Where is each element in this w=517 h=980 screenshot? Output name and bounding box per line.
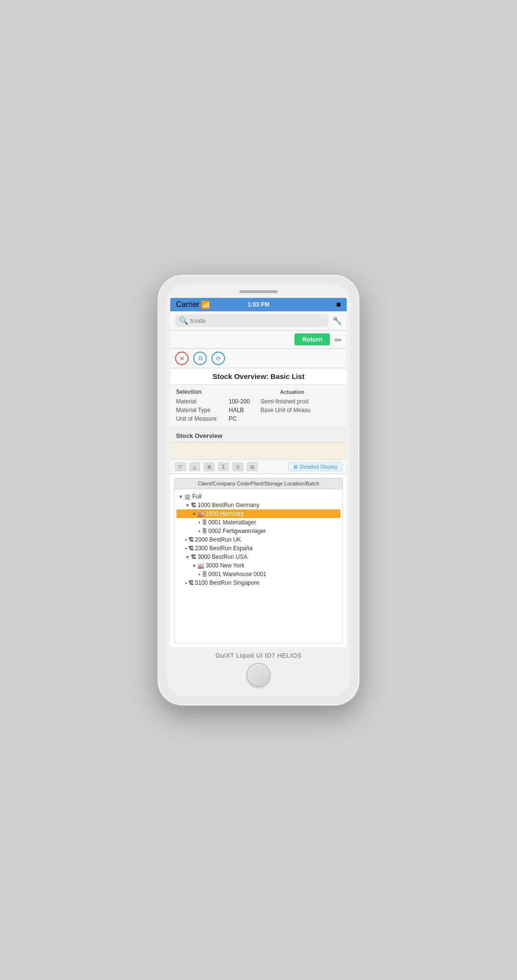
toggle-hamburg: ▼ bbox=[192, 511, 197, 517]
icon-toolbar: ▽ △ ⊞ Σ ⎙ ⊟ 🖥 Detailed Display bbox=[170, 460, 347, 474]
selection-section: Selection Actuation Material 100-200 Mat… bbox=[170, 385, 347, 428]
search-input[interactable] bbox=[190, 317, 325, 324]
full-icon: 🏢 bbox=[184, 494, 191, 500]
materiallager-label: 0001 Materiallager bbox=[209, 519, 256, 526]
return-bar: Return ⬅ bbox=[170, 331, 347, 349]
tree-item-hamburg[interactable]: ▼ 🏭 1000 Hamburg bbox=[176, 509, 341, 518]
refresh-icon: ⟳ bbox=[216, 355, 221, 362]
nav-bar: 🔍 🔧 bbox=[170, 311, 347, 331]
table-icon[interactable]: ⊞ bbox=[204, 462, 214, 471]
tree-item-full[interactable]: ▼ 🏢 Full bbox=[176, 492, 341, 501]
material-value: 100-200 bbox=[229, 398, 250, 405]
tree-item-bestrun-uk[interactable]: • 🏗 2000 BestRun UK bbox=[176, 535, 341, 544]
toggle-germany: ▼ bbox=[185, 503, 190, 508]
actuation-label: Actuation bbox=[280, 389, 305, 395]
bullet-espana: • bbox=[185, 546, 187, 551]
toggle-newyork: ▼ bbox=[192, 563, 197, 568]
bullet-fertigwarenlager: • bbox=[199, 529, 200, 534]
singapore-icon: 🏗 bbox=[188, 580, 194, 586]
close-icon: ✕ bbox=[179, 355, 185, 362]
base-uom-row: Base Unit of Measu bbox=[260, 407, 341, 413]
return-button[interactable]: Return bbox=[294, 333, 330, 345]
chart-area bbox=[170, 443, 347, 460]
refresh-button[interactable]: ⟳ bbox=[212, 352, 225, 365]
tree-item-warehouse-0001[interactable]: • 🗄 0001 Warehouse 0001 bbox=[176, 570, 341, 579]
phone-footer: GuiXT Liquid UI ID7 HELIOS bbox=[166, 647, 351, 697]
bullet-warehouse: • bbox=[199, 572, 200, 577]
bullet-materiallager: • bbox=[199, 520, 200, 525]
material-type-row: Material Type HALB bbox=[176, 407, 257, 413]
full-label: Full bbox=[192, 493, 201, 500]
stock-overview-label: Stock Overview bbox=[176, 432, 223, 439]
page-title-bar: Stock Overview: Basic List bbox=[170, 368, 347, 385]
display-icon: 🖥 bbox=[293, 464, 298, 470]
status-time: 1:03 PM bbox=[247, 301, 269, 308]
copy-button[interactable]: ⧉ bbox=[193, 352, 207, 365]
uom-value: PC bbox=[229, 415, 237, 422]
tree-item-new-york[interactable]: ▼ 🏭 3000 New York bbox=[176, 561, 341, 570]
warehouse-label: 0001 Warehouse 0001 bbox=[209, 571, 267, 578]
tree-body: ▼ 🏢 Full ▼ 🏗 1000 BestRun Germany bbox=[175, 489, 342, 643]
tree-item-bestrun-germany[interactable]: ▼ 🏗 1000 BestRun Germany bbox=[176, 501, 341, 509]
tree-container: Client/Company Code/Plant/Storage Locati… bbox=[174, 478, 343, 643]
hamburg-icon: 🏭 bbox=[198, 511, 204, 517]
semi-finished-row: Semi-finished prod bbox=[260, 398, 341, 405]
semi-finished-value: Semi-finished prod bbox=[260, 398, 308, 405]
toolbar: ✕ ⧉ ⟳ bbox=[170, 349, 347, 368]
wifi-icon: 📶 bbox=[201, 300, 211, 309]
status-bar: Carrier 📶 1:03 PM ■ bbox=[170, 298, 347, 311]
usa-label: 3000 BestRun USA bbox=[198, 554, 247, 560]
tree-item-singapore[interactable]: • 🏗 5100 BestRun Singapore bbox=[176, 579, 341, 587]
espana-icon: 🏗 bbox=[188, 545, 194, 551]
germany-label: 1000 BestRun Germany bbox=[198, 502, 259, 508]
home-button[interactable] bbox=[247, 663, 270, 687]
base-uom-value: Base Unit of Measu bbox=[260, 407, 311, 413]
detailed-display-label: Detailed Display bbox=[300, 464, 338, 470]
germany-icon: 🏗 bbox=[191, 502, 196, 508]
material-type-value: HALB bbox=[229, 407, 244, 413]
material-row: Material 100-200 bbox=[176, 398, 257, 405]
tree-item-bestrun-usa[interactable]: ▼ 🏗 3000 BestRun USA bbox=[176, 553, 341, 561]
material-label: Material bbox=[176, 398, 229, 405]
materiallager-icon: 🗄 bbox=[202, 520, 207, 525]
phone-inner: Carrier 📶 1:03 PM ■ 🔍 🔧 Return ⬅ bbox=[166, 283, 351, 697]
battery-icon: ■ bbox=[336, 300, 341, 309]
sort-icon[interactable]: △ bbox=[189, 462, 200, 471]
tree-item-materiallager[interactable]: • 🗄 0001 Materiallager bbox=[176, 518, 341, 527]
toggle-full: ▼ bbox=[178, 494, 183, 499]
print-icon[interactable]: ⎙ bbox=[233, 462, 243, 471]
bullet-uk: • bbox=[185, 537, 187, 543]
newyork-label: 3000 New York bbox=[206, 562, 245, 569]
sum-icon[interactable]: Σ bbox=[218, 462, 229, 471]
selection-left-col: Material 100-200 Material Type HALB Unit… bbox=[176, 398, 257, 424]
uk-label: 2000 BestRun UK bbox=[195, 536, 241, 543]
warehouse-icon: 🗄 bbox=[202, 571, 207, 577]
close-button[interactable]: ✕ bbox=[175, 352, 188, 365]
fertigwarenlager-icon: 🗄 bbox=[202, 528, 207, 534]
copy-icon: ⧉ bbox=[198, 354, 202, 362]
material-type-label: Material Type bbox=[176, 407, 229, 413]
usa-icon: 🏗 bbox=[191, 554, 196, 560]
grid-icon[interactable]: ⊟ bbox=[247, 462, 258, 471]
detailed-display-button[interactable]: 🖥 Detailed Display bbox=[288, 462, 342, 471]
search-box[interactable]: 🔍 bbox=[175, 314, 329, 327]
search-icon: 🔍 bbox=[179, 316, 188, 325]
espana-label: 2300 BestRun España bbox=[195, 545, 253, 552]
selection-header: Selection Actuation bbox=[176, 389, 341, 395]
page-title: Stock Overview: Basic List bbox=[175, 372, 342, 380]
return-arrow-icon: ⬅ bbox=[334, 334, 342, 345]
fertigwarenlager-label: 0002 Fertigwarenlager bbox=[209, 528, 266, 534]
tree-item-bestrun-espana[interactable]: • 🏗 2300 BestRun España bbox=[176, 544, 341, 553]
uom-label: Unit of Measure bbox=[176, 415, 229, 422]
carrier-info: Carrier 📶 bbox=[176, 300, 211, 309]
filter-icon[interactable]: ▽ bbox=[175, 462, 186, 471]
hamburg-label: 1000 Hamburg bbox=[206, 510, 244, 517]
screen: Carrier 📶 1:03 PM ■ 🔍 🔧 Return ⬅ bbox=[170, 298, 347, 647]
brand-text: GuiXT Liquid UI ID7 HELIOS bbox=[215, 652, 302, 659]
tree-item-fertigwarenlager[interactable]: • 🗄 0002 Fertigwarenlager bbox=[176, 527, 341, 535]
uom-row: Unit of Measure PC bbox=[176, 415, 257, 422]
stock-overview-header: Stock Overview bbox=[170, 428, 347, 443]
carrier-label: Carrier bbox=[176, 300, 200, 309]
wrench-icon[interactable]: 🔧 bbox=[332, 316, 342, 325]
selection-right-col: Semi-finished prod Base Unit of Measu bbox=[260, 398, 341, 424]
